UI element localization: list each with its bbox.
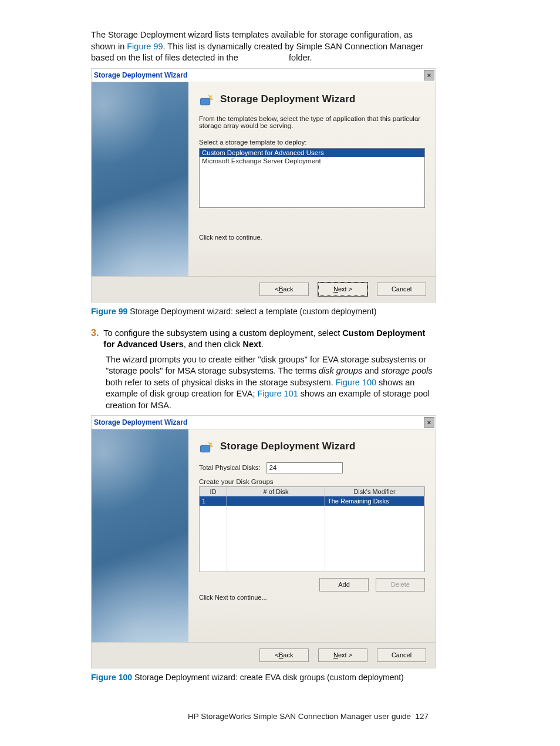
create-disk-groups-label: Create your Disk Groups <box>199 478 425 485</box>
dialog2-content-pane: Storage Deployment Wizard Total Physical… <box>188 429 436 642</box>
next-button[interactable]: Next > <box>318 648 367 662</box>
dialog-button-row: < Back Next > Cancel <box>92 276 436 302</box>
dialog2-button-row: < Back Next > Cancel <box>92 642 436 668</box>
figure-101-link[interactable]: Figure 101 <box>257 389 298 398</box>
p2-i1: disk groups <box>319 366 362 375</box>
dialog-titlebar: Storage Deployment Wizard × <box>92 69 436 82</box>
intro-text-c: folder. <box>286 53 312 62</box>
step3-b: , and then click <box>184 340 243 349</box>
delete-button[interactable]: Delete <box>376 578 425 592</box>
intro-paragraph: The Storage Deployment wizard lists temp… <box>91 29 434 65</box>
back-button[interactable]: < Back <box>259 283 309 296</box>
disk-groups-paragraph: The wizard prompts you to create either … <box>106 354 434 412</box>
step3-bold2: Next <box>243 340 261 349</box>
svg-rect-0 <box>200 98 210 105</box>
dialog2-title: Storage Deployment Wizard <box>94 418 187 426</box>
svg-rect-1 <box>200 445 210 452</box>
disk-groups-grid[interactable]: ID # of Disk Disk's Modifier 1 The Remai… <box>199 486 425 572</box>
next-button[interactable]: Next > <box>318 283 367 296</box>
figure-99-text: Storage Deployment wizard: select a temp… <box>127 307 376 316</box>
back-button[interactable]: < Back <box>259 648 309 662</box>
storage-deployment-wizard-dialog-2: Storage Deployment Wizard × Storage Depl… <box>91 415 436 668</box>
step-3-text: To configure the subsystem using a custo… <box>103 328 434 351</box>
col-id: ID <box>200 487 227 496</box>
figure-100-caption: Figure 100 Storage Deployment wizard: cr… <box>91 672 434 683</box>
footer-text: HP StorageWorks Simple SAN Connection Ma… <box>188 712 411 721</box>
wizard2-heading: Storage Deployment Wizard <box>220 441 356 452</box>
figure-99-link[interactable]: Figure 99 <box>127 42 163 51</box>
template-listbox[interactable]: Custom Deployment for Advanced Users Mic… <box>199 148 425 208</box>
figure-100-text: Storage Deployment wizard: create EVA di… <box>132 673 404 682</box>
p2-i2: storage pools <box>381 366 432 375</box>
cancel-button[interactable]: Cancel <box>377 648 426 662</box>
template-option-custom[interactable]: Custom Deployment for Advanced Users <box>200 149 424 157</box>
step3-a: To configure the subsystem using a custo… <box>103 328 342 338</box>
dialog-title: Storage Deployment Wizard <box>94 71 187 79</box>
close-icon[interactable]: × <box>424 70 434 80</box>
wizard-hint: Click next to continue. <box>199 234 425 241</box>
grid-header: ID # of Disk Disk's Modifier <box>200 487 424 496</box>
total-disks-label: Total Physical Disks: <box>199 464 261 471</box>
wizard-icon <box>199 92 214 107</box>
col-modifier: Disk's Modifier <box>325 487 424 496</box>
total-disks-value: 24 <box>269 464 276 471</box>
col-num-disk: # of Disk <box>227 487 325 496</box>
dialog-content-pane: Storage Deployment Wizard From the templ… <box>188 82 436 276</box>
wizard2-hint: Click Next to continue... <box>199 594 425 601</box>
page-content: The Storage Deployment wizard lists temp… <box>0 0 452 738</box>
dialog2-banner-image <box>92 429 188 642</box>
template-option-exchange[interactable]: Microsoft Exchange Server Deployment <box>200 157 424 165</box>
cancel-button[interactable]: Cancel <box>377 283 426 296</box>
template-select-label: Select a storage template to deploy: <box>199 139 425 146</box>
cell-ndisk <box>227 496 325 506</box>
cell-mod: The Remaining Disks <box>325 496 424 506</box>
add-button[interactable]: Add <box>319 578 369 592</box>
figure-100-label: Figure 100 <box>91 673 132 682</box>
p2-b: and <box>362 366 381 375</box>
figure-100-link[interactable]: Figure 100 <box>336 378 376 387</box>
p2-c: both refer to sets of physical disks in … <box>106 378 336 387</box>
dialog2-titlebar: Storage Deployment Wizard × <box>92 416 436 429</box>
cell-id: 1 <box>200 496 227 506</box>
grid-row-1[interactable]: 1 The Remaining Disks <box>200 496 424 506</box>
wizard-icon <box>199 439 214 454</box>
wizard-heading: Storage Deployment Wizard <box>220 93 356 105</box>
step-3-number: 3. <box>91 328 99 351</box>
page-footer: HP StorageWorks Simple SAN Connection Ma… <box>91 712 434 721</box>
figure-99-caption: Figure 99 Storage Deployment wizard: sel… <box>91 306 434 317</box>
storage-deployment-wizard-dialog-1: Storage Deployment Wizard × Storage Depl… <box>91 68 436 303</box>
wizard-description: From the templates below, select the typ… <box>199 115 425 129</box>
figure-99-label: Figure 99 <box>91 307 127 316</box>
page-number: 127 <box>415 712 429 721</box>
total-disks-input[interactable]: 24 <box>266 462 343 473</box>
step3-c: . <box>261 340 264 349</box>
dialog-banner-image <box>92 82 188 276</box>
close-icon[interactable]: × <box>424 417 434 428</box>
